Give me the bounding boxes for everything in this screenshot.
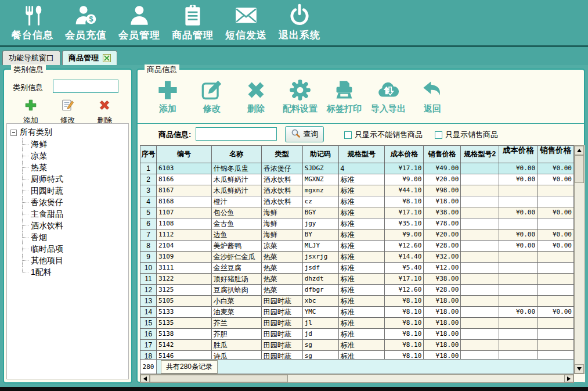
search-input[interactable] bbox=[196, 127, 277, 141]
toolbar-printer-button[interactable]: 标签打印 bbox=[326, 74, 363, 114]
vertical-scrollbar[interactable] bbox=[574, 145, 585, 374]
table-cell: 2 bbox=[140, 174, 157, 185]
table-row[interactable]: 165138芥胆田园时蔬jd标准¥8.10¥18.00 bbox=[140, 329, 574, 340]
table-row[interactable]: 175142胜瓜田园时蔬sg标准¥8.10¥18.00 bbox=[140, 340, 574, 351]
toolbar-plus-button[interactable]: 添加 bbox=[149, 74, 186, 114]
column-header[interactable]: 成本价格 bbox=[499, 146, 538, 163]
table-row[interactable]: 93109金沙虾仁金瓜热菜jsxrjg标准¥14.40¥32.00 bbox=[140, 252, 574, 263]
table-row[interactable]: 145133油麦菜田园时蔬YMC标准¥8.10¥18.00¥0.00¥0.00 bbox=[140, 307, 574, 318]
checkbox-icon[interactable] bbox=[344, 131, 352, 139]
tree-item[interactable]: 临时品项 bbox=[13, 243, 127, 254]
table-cell: 3122 bbox=[157, 274, 212, 285]
table-row[interactable]: 155135芥兰田园时蔬jl标准¥8.10¥18.00 bbox=[140, 318, 574, 329]
table-cell: sg bbox=[303, 351, 339, 359]
table-cell bbox=[461, 196, 499, 207]
column-header[interactable]: 规格型号 bbox=[339, 146, 385, 163]
column-header[interactable]: 规格型号2 bbox=[461, 146, 499, 163]
column-header[interactable]: 销售价格 bbox=[424, 146, 461, 163]
column-header[interactable]: 成本价格 bbox=[385, 146, 424, 163]
scroll-down-button[interactable] bbox=[575, 364, 584, 374]
tab-close-icon[interactable] bbox=[103, 54, 111, 62]
nav-item-product[interactable]: 商品管理 bbox=[166, 3, 219, 42]
cloud-updown-icon bbox=[377, 77, 400, 103]
table-row[interactable]: 48168橙汁酒水饮料cz标准¥8.10¥18.00 bbox=[140, 196, 574, 207]
nav-item-member-recharge[interactable]: $会员充值 bbox=[59, 3, 113, 42]
column-header[interactable]: 名称 bbox=[212, 146, 262, 163]
tab-1[interactable]: 功能导航窗口 bbox=[2, 51, 60, 65]
tree-item[interactable]: 其他项目 bbox=[13, 254, 127, 266]
column-header[interactable]: 销售价格 bbox=[538, 146, 574, 163]
nav-item-utensils[interactable]: 餐台信息 bbox=[6, 3, 59, 42]
table-cell: BGY bbox=[303, 207, 339, 218]
category-modify-note-button[interactable]: 修改 bbox=[60, 99, 75, 125]
checkbox-show-sellable[interactable]: 只显示销售商品 bbox=[435, 130, 498, 140]
toolbar-gear-button[interactable]: 配料设置 bbox=[282, 74, 319, 114]
category-input[interactable] bbox=[53, 80, 118, 93]
table-row[interactable]: 82104美炉酱鸭凉菜MLJY标准¥12.60¥28.00¥0.00¥0.00 bbox=[140, 241, 574, 252]
table-cell bbox=[499, 285, 538, 296]
table-row[interactable]: 51107包公鱼海鲜BGY标准¥17.10¥38.00¥0.00¥0.00 bbox=[140, 207, 574, 218]
checkbox-hide-unsellable[interactable]: 只显示不能销售商品 bbox=[344, 130, 423, 140]
table-cell: 标准 bbox=[339, 207, 385, 218]
table-row[interactable]: 103111金丝豆腐热菜jsdf标准¥5.40¥12.00 bbox=[140, 263, 574, 274]
scroll-up-button[interactable] bbox=[575, 146, 584, 155]
tree-item[interactable]: 凉菜 bbox=[13, 150, 127, 162]
tree-item[interactable]: 香浓煲仔 bbox=[13, 196, 127, 208]
table-cell: 标准 bbox=[339, 296, 385, 307]
table-cell bbox=[499, 274, 538, 285]
tree-item[interactable]: 热菜 bbox=[13, 162, 127, 173]
tree-item[interactable]: 海鲜 bbox=[13, 138, 127, 150]
tree-item[interactable]: 田园时蔬 bbox=[13, 185, 127, 196]
category-delete-red-button[interactable]: 删除 bbox=[97, 99, 112, 125]
toolbar-delete-x-button[interactable]: 删除 bbox=[237, 74, 275, 114]
table-cell: ¥0.00 bbox=[499, 163, 538, 174]
column-header[interactable]: 编号 bbox=[157, 146, 212, 163]
table-cell: ¥38.00 bbox=[424, 274, 461, 285]
table-cell: 诗瓜 bbox=[212, 351, 262, 359]
table-cell: 金古鱼 bbox=[212, 218, 262, 229]
table-cell: 标准 bbox=[339, 252, 385, 263]
category-add-plus-button[interactable]: 添加 bbox=[23, 99, 38, 125]
horizontal-scroll-track[interactable] bbox=[288, 375, 564, 382]
table-cell: ¥18.00 bbox=[424, 296, 461, 307]
table-row[interactable]: 28166木瓜鲜奶汁酒水饮料MGXNZ标准¥9.00¥20.00¥0.00¥0.… bbox=[140, 174, 574, 185]
column-header[interactable]: 助记码 bbox=[303, 146, 339, 163]
table-row[interactable]: 61108金古鱼海鲜jgy标准¥35.10¥78.00 bbox=[140, 218, 574, 229]
toolbar-edit-button[interactable]: 修改 bbox=[193, 74, 230, 114]
table-row[interactable]: 135105小白菜田园时蔬xbc标准¥8.10¥18.00 bbox=[140, 296, 574, 307]
tree-item[interactable]: 酒水饮料 bbox=[13, 220, 127, 231]
tab-2[interactable]: 商品管理 bbox=[62, 51, 117, 65]
table-cell: 1 bbox=[140, 163, 157, 174]
table-row[interactable]: 123125豆腐扒蛤肉热菜dfbgr标准¥12.60¥28.00 bbox=[140, 285, 574, 296]
tree-item[interactable]: 主食甜品 bbox=[13, 208, 127, 220]
tree-item[interactable]: 1配料 bbox=[13, 266, 127, 278]
vertical-scroll-track[interactable] bbox=[575, 183, 584, 364]
query-button[interactable]: 查询 bbox=[285, 126, 324, 142]
top-toolbar: 餐台信息$会员充值会员管理商品管理短信发送退出系统 bbox=[0, 0, 588, 45]
checkbox-icon[interactable] bbox=[435, 131, 442, 139]
column-header[interactable]: 类型 bbox=[262, 146, 303, 163]
toolbar-back-arrow-button[interactable]: 返回 bbox=[414, 74, 451, 114]
scroll-right-button[interactable] bbox=[564, 375, 573, 382]
toolbar-cloud-updown-button[interactable]: 导入导出 bbox=[370, 74, 407, 114]
vertical-scroll-thumb[interactable] bbox=[575, 155, 584, 183]
horizontal-scrollbar[interactable] bbox=[140, 374, 574, 383]
nav-item-sms[interactable]: 短信发送 bbox=[219, 3, 273, 42]
collapse-icon[interactable] bbox=[10, 130, 17, 136]
table-row[interactable]: 71112边鱼海鲜BY标准¥9.00¥20.00¥0.00¥0.00 bbox=[140, 229, 574, 241]
column-header[interactable]: 序号 bbox=[140, 146, 157, 163]
tree-item[interactable]: 厨师特式 bbox=[13, 173, 127, 185]
nav-item-member[interactable]: 会员管理 bbox=[113, 3, 166, 42]
table-cell: 海鲜 bbox=[262, 207, 303, 218]
table-row[interactable]: 185146诗瓜田园时蔬sg标准¥8.10¥18.00 bbox=[140, 351, 574, 359]
table-row[interactable]: 16103什锦冬瓜盅香浓煲仔SJDGZ4¥17.10¥49.00¥0.00¥0.… bbox=[140, 163, 574, 174]
tree-item[interactable]: 香烟 bbox=[13, 231, 127, 243]
tree-root-all-categories[interactable]: 所有类别 bbox=[10, 127, 127, 138]
table-cell: MLJY bbox=[303, 241, 339, 252]
horizontal-scroll-thumb[interactable] bbox=[150, 375, 288, 382]
table-cell: 6 bbox=[140, 218, 157, 229]
scroll-left-button[interactable] bbox=[140, 375, 150, 382]
nav-item-power[interactable]: 退出系统 bbox=[273, 3, 326, 42]
table-row[interactable]: 113122顶好猪肚汤热菜dhzdt标准¥17.10¥38.00 bbox=[140, 274, 574, 285]
table-row[interactable]: 38167木瓜鲜奶汁酒水饮料mgxnz标准¥44.10¥98.00 bbox=[140, 185, 574, 196]
